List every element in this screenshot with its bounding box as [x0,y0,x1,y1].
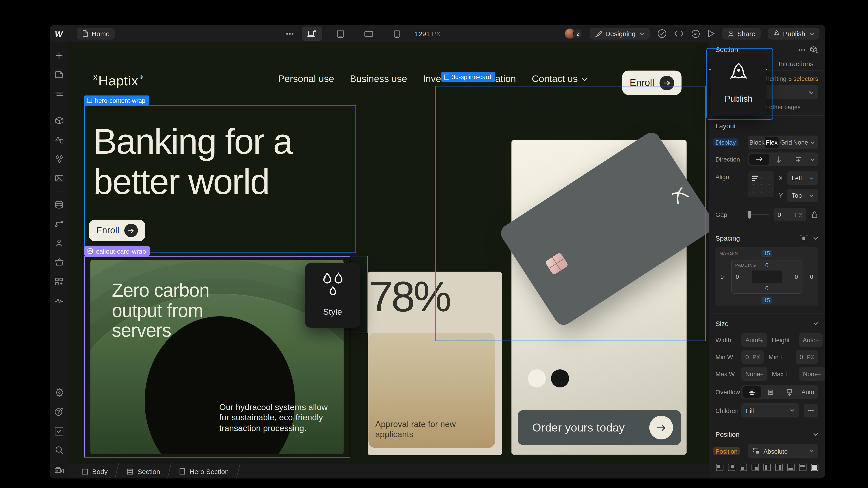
align-grid-control[interactable] [748,171,774,197]
navigator-icon[interactable] [52,87,66,101]
direction-wrap-option[interactable] [788,154,808,165]
direction-row-option[interactable] [749,154,769,165]
nav-enroll-button[interactable]: Enroll [622,71,682,95]
min-height-unit[interactable]: PX [807,354,814,360]
position-preset-top-left[interactable] [715,463,724,472]
children-dropdown[interactable]: Fill [741,403,799,418]
webflow-logo-icon[interactable]: W [50,25,68,42]
chevron-down-icon[interactable] [813,433,818,436]
max-height-input[interactable]: None– [799,367,825,381]
margin-top-value[interactable]: 15 [762,250,772,257]
site-logo[interactable]: x Haptix ® [93,73,143,89]
tab-interactions[interactable]: Interactions [767,58,825,70]
breakpoint-desktop-button[interactable] [302,27,322,41]
position-preset-top[interactable] [799,463,807,472]
mode-dropdown[interactable]: Designing [590,28,650,40]
panel-more-icon[interactable] [799,49,805,51]
display-block-option[interactable]: Block [749,137,765,148]
chevron-down-icon[interactable] [808,158,817,161]
position-preset-left[interactable] [763,463,772,472]
display-grid-option[interactable]: Grid [779,137,794,148]
position-dropdown[interactable]: Absolute [748,444,818,458]
margin-right-value[interactable]: 0 [810,273,813,280]
help-icon[interactable] [52,405,66,419]
max-width-input[interactable]: None– [741,367,767,381]
breadcrumb-body[interactable]: Body [76,464,113,479]
style-drag-tooltip[interactable]: Style [305,263,360,328]
page-selector-button[interactable]: Home [77,28,115,40]
spline-card-selection-label[interactable]: 3d-spline-card [441,72,495,82]
breakpoint-mobile-portrait-button[interactable] [386,27,407,41]
min-height-input[interactable]: 0PX [796,350,818,364]
gap-lock-icon[interactable] [811,211,818,219]
overflow-scroll-option[interactable] [780,386,799,398]
position-preset-bottom-left[interactable] [739,463,748,472]
display-none-option[interactable]: None [793,137,808,148]
direction-column-option[interactable] [769,154,789,165]
callout-card-wrap-chip[interactable]: callout-card-wrap [84,246,150,257]
order-button[interactable]: Order yours today [518,410,681,445]
comments-icon[interactable] [691,29,700,38]
padding-bottom-value[interactable]: 0 [765,285,769,292]
nav-link-investor-relation[interactable]: Inve3d-spline-cardation [423,73,516,85]
chevron-down-icon[interactable] [808,141,817,144]
breakpoint-tablet-button[interactable] [330,27,350,41]
position-preset-full[interactable] [810,463,819,472]
overflow-auto-option[interactable]: Auto [799,386,817,398]
components-icon[interactable] [52,113,66,127]
collaborator-count-badge[interactable]: 2 [573,29,583,39]
gap-input[interactable]: 0PX [774,208,807,221]
spacing-box-model[interactable]: MARGIN 15 15 0 0 PADDING 0 0 0 0 [715,248,818,306]
height-input[interactable]: Auto– [799,333,823,347]
margin-bottom-value[interactable]: 15 [762,297,772,304]
code-export-icon[interactable] [674,30,684,37]
padding-top-value[interactable]: 0 [765,262,769,268]
y-align-dropdown[interactable]: Top [787,189,818,202]
preview-icon[interactable] [707,29,715,38]
width-unit[interactable]: % [758,337,763,343]
x-align-dropdown[interactable]: Left [787,171,818,185]
share-button[interactable]: Share [722,28,761,40]
gap-slider[interactable] [748,208,769,221]
position-label[interactable]: Position [713,447,740,455]
publish-button[interactable]: Publish [768,28,819,40]
cms-icon[interactable] [52,198,66,211]
ecommerce-icon[interactable] [52,255,66,269]
max-width-unit[interactable]: – [760,371,763,377]
zoom-search-icon[interactable] [52,444,66,457]
design-canvas[interactable]: x Haptix ® Personal use Business use Inv… [68,42,709,464]
pages-icon[interactable] [52,68,66,81]
collaborators[interactable]: 2 [565,28,583,39]
saved-status-icon[interactable] [657,29,667,39]
apps-icon[interactable] [52,274,66,288]
breakpoint-mobile-landscape-button[interactable] [358,27,379,41]
breadcrumb-hero-section[interactable]: Hero Section [174,464,234,479]
users-icon[interactable] [52,236,66,250]
children-more-button[interactable] [804,403,818,417]
overflow-visible-option[interactable] [743,386,761,398]
more-breakpoints-icon[interactable] [286,33,294,35]
display-label[interactable]: Display [713,138,738,147]
assets-shapes-icon[interactable] [52,133,66,147]
margin-left-value[interactable]: 0 [721,273,724,280]
settings-icon[interactable] [52,386,66,399]
min-width-unit[interactable]: PX [752,354,760,360]
padding-left-value[interactable]: 0 [736,273,739,280]
hero-enroll-button[interactable]: Enroll [89,220,145,241]
create-component-icon[interactable] [810,46,818,54]
position-preset-bottom[interactable] [786,463,795,472]
selector-count[interactable]: 5 selectors [788,75,818,82]
nav-link-contact-us[interactable]: Contact us [532,73,588,85]
publish-drag-tooltip[interactable]: Publish [711,54,766,116]
max-height-unit[interactable]: – [818,371,821,377]
spacing-mode-icon[interactable] [800,235,808,242]
image-assets-icon[interactable] [52,171,66,185]
checklist-icon[interactable] [52,424,66,438]
overflow-hidden-option[interactable] [761,386,780,398]
chevron-down-icon[interactable] [813,322,818,325]
card-color-toggle-cream[interactable] [528,369,546,387]
audit-icon[interactable] [52,294,66,307]
video-tutorials-icon[interactable] [52,463,66,476]
nav-link-personal-use[interactable]: Personal use [278,73,334,85]
height-unit[interactable]: – [815,337,819,343]
